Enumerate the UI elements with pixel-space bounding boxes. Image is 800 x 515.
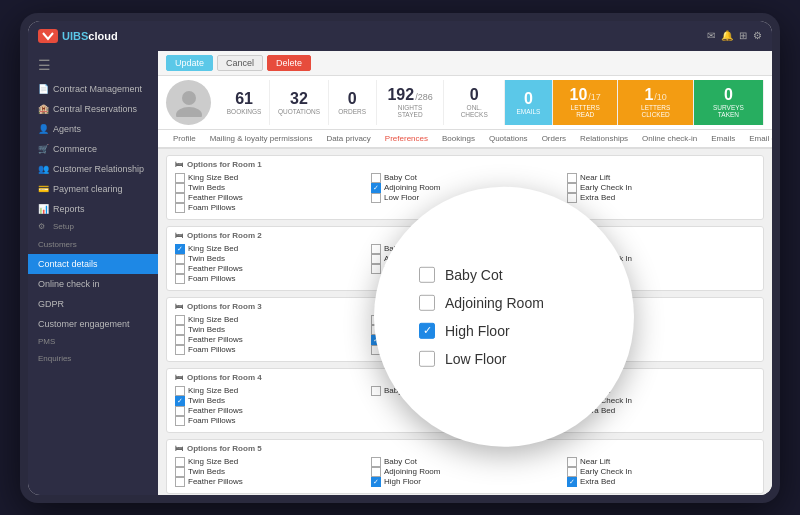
checkbox[interactable] bbox=[175, 335, 185, 345]
checkbox[interactable] bbox=[371, 467, 381, 477]
list-item: Early Check In bbox=[567, 467, 755, 477]
toolbar: Update Cancel Delete bbox=[158, 51, 772, 76]
tabs-row: Profile Mailing & loyalty permissions Da… bbox=[158, 130, 772, 149]
menu-icon[interactable]: ☰ bbox=[28, 51, 158, 79]
overlay-label-adjoining-room: Adjoining Room bbox=[445, 294, 544, 310]
overlay-checkbox-baby-cot[interactable] bbox=[419, 266, 435, 282]
sidebar-item-reports[interactable]: 📊 Reports bbox=[28, 199, 158, 219]
sidebar-item-agents[interactable]: 👤 Agents bbox=[28, 119, 158, 139]
checkbox[interactable] bbox=[175, 416, 185, 426]
list-item: Feather Pillows bbox=[175, 335, 363, 345]
agents-icon: 👤 bbox=[38, 124, 48, 134]
checkbox[interactable] bbox=[175, 406, 185, 416]
list-item: Foam Pillows bbox=[175, 203, 363, 213]
list-item: ✓ Twin Beds bbox=[175, 396, 363, 406]
checkbox[interactable] bbox=[567, 173, 577, 183]
tab-preferences[interactable]: Preferences bbox=[378, 130, 435, 149]
grid-icon[interactable]: ⊞ bbox=[739, 30, 747, 41]
screen: UIBScloud ✉ 🔔 ⊞ ⚙ ☰ 📄 Contract Managemen… bbox=[28, 21, 772, 495]
checkbox[interactable] bbox=[567, 457, 577, 467]
checkbox[interactable] bbox=[175, 203, 185, 213]
sidebar-item-contract-management[interactable]: 📄 Contract Management bbox=[28, 79, 158, 99]
tab-data-privacy[interactable]: Data privacy bbox=[319, 130, 377, 149]
list-item: Near Lift bbox=[567, 457, 755, 467]
checkbox[interactable] bbox=[175, 274, 185, 284]
checkbox[interactable] bbox=[175, 315, 185, 325]
sidebar-item-central-reservations[interactable]: 🏨 Central Reservations bbox=[28, 99, 158, 119]
tab-bookings[interactable]: Bookings bbox=[435, 130, 482, 149]
overlay-label-baby-cot: Baby Cot bbox=[445, 266, 503, 282]
sidebar-item-commerce[interactable]: 🛒 Commerce bbox=[28, 139, 158, 159]
email-icon[interactable]: ✉ bbox=[707, 30, 715, 41]
top-bar: UIBScloud ✉ 🔔 ⊞ ⚙ bbox=[28, 21, 772, 51]
surveys-num: 0 bbox=[724, 86, 733, 104]
list-item: King Size Bed bbox=[175, 315, 363, 325]
online-checks-label: ONL. CHECKS bbox=[452, 104, 496, 118]
checkbox[interactable] bbox=[175, 386, 185, 396]
checkbox[interactable] bbox=[175, 264, 185, 274]
room-icon: 🛏 bbox=[175, 302, 183, 311]
bell-icon[interactable]: 🔔 bbox=[721, 30, 733, 41]
letters-read-sub: /17 bbox=[588, 92, 601, 102]
room-icon: 🛏 bbox=[175, 231, 183, 240]
overlay-checkbox-adjoining-room[interactable] bbox=[419, 294, 435, 310]
room-icon: 🛏 bbox=[175, 160, 183, 169]
tab-orders[interactable]: Orders bbox=[535, 130, 573, 149]
sidebar-item-gdpr[interactable]: GDPR bbox=[28, 294, 158, 314]
sidebar-item-enquiries[interactable]: Enquiries bbox=[28, 351, 158, 368]
bookings-num: 61 bbox=[235, 90, 253, 108]
checkbox[interactable]: ✓ bbox=[371, 477, 381, 487]
stats-bar: 61 BOOKINGS 32 QUOTATIONS 0 ORDERS 192 bbox=[158, 76, 772, 130]
checkbox[interactable] bbox=[567, 467, 577, 477]
list-item: Twin Beds bbox=[175, 325, 363, 335]
tab-email-campaigns[interactable]: Email campaigns bbox=[742, 130, 772, 149]
checkbox[interactable] bbox=[175, 457, 185, 467]
tab-profile[interactable]: Profile bbox=[166, 130, 203, 149]
sidebar-item-contact-details[interactable]: Contact details bbox=[28, 254, 158, 274]
bookings-label: BOOKINGS bbox=[227, 108, 262, 115]
room-icon: 🛏 bbox=[175, 373, 183, 382]
checkbox[interactable]: ✓ bbox=[175, 396, 185, 406]
list-item: Foam Pillows bbox=[175, 345, 363, 355]
sidebar-item-customer-engagement[interactable]: Customer engagement bbox=[28, 314, 158, 334]
gear-icon[interactable]: ⚙ bbox=[753, 30, 762, 41]
list-item: Near Lift bbox=[567, 173, 755, 183]
sidebar-item-customers[interactable]: Customers bbox=[28, 237, 158, 254]
checkbox[interactable] bbox=[175, 345, 185, 355]
checkbox[interactable] bbox=[371, 457, 381, 467]
overlay-checkbox-high-floor[interactable]: ✓ bbox=[419, 322, 435, 338]
tab-quotations[interactable]: Quotations bbox=[482, 130, 535, 149]
online-checks-num: 0 bbox=[470, 86, 479, 104]
checkbox[interactable] bbox=[371, 173, 381, 183]
cancel-button[interactable]: Cancel bbox=[217, 55, 263, 71]
stat-emails: 0 EMAILS bbox=[505, 80, 553, 125]
emails-num: 0 bbox=[524, 90, 533, 108]
overlay-item-high-floor: ✓ High Floor bbox=[419, 322, 589, 338]
checkbox[interactable] bbox=[175, 467, 185, 477]
checkbox[interactable] bbox=[175, 183, 185, 193]
checkbox[interactable] bbox=[175, 173, 185, 183]
checkbox[interactable]: ✓ bbox=[175, 244, 185, 254]
checkbox[interactable] bbox=[175, 254, 185, 264]
top-bar-icons: ✉ 🔔 ⊞ ⚙ bbox=[707, 30, 762, 41]
sidebar-item-payment-clearing[interactable]: 💳 Payment clearing bbox=[28, 179, 158, 199]
overlay-checkbox-low-floor[interactable] bbox=[419, 350, 435, 366]
sidebar-item-setup[interactable]: ⚙ Setup bbox=[28, 219, 158, 237]
delete-button[interactable]: Delete bbox=[267, 55, 311, 71]
room-icon: 🛏 bbox=[175, 444, 183, 453]
tab-emails[interactable]: Emails bbox=[704, 130, 742, 149]
update-button[interactable]: Update bbox=[166, 55, 213, 71]
tab-mailing[interactable]: Mailing & loyalty permissions bbox=[203, 130, 320, 149]
sidebar-item-pms[interactable]: PMS bbox=[28, 334, 158, 351]
checkbox[interactable] bbox=[175, 193, 185, 203]
tab-relationships[interactable]: Relationships bbox=[573, 130, 635, 149]
checkbox[interactable] bbox=[175, 477, 185, 487]
checkbox[interactable]: ✓ bbox=[567, 477, 577, 487]
list-item: King Size Bed bbox=[175, 457, 363, 467]
sidebar-item-online-check-in[interactable]: Online check in bbox=[28, 274, 158, 294]
setup-icon: ⚙ bbox=[38, 222, 48, 232]
checkbox[interactable] bbox=[175, 325, 185, 335]
sidebar-item-customer-relationship[interactable]: 👥 Customer Relationship bbox=[28, 159, 158, 179]
tab-online-checkin[interactable]: Online check-in bbox=[635, 130, 704, 149]
list-item: Twin Beds bbox=[175, 254, 363, 264]
